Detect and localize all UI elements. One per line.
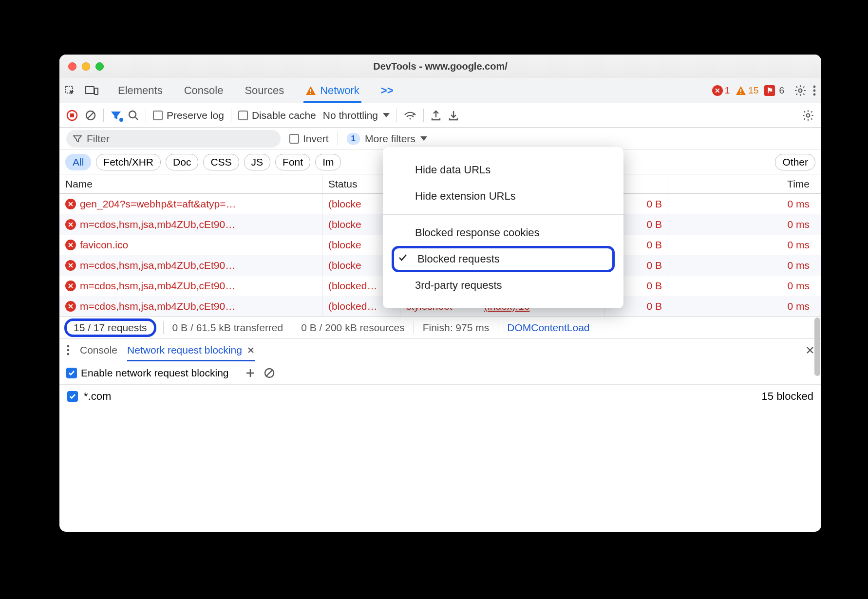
requests-count: 15 / 17 requests [64, 318, 156, 337]
drawer-tabbar: Console Network request blocking [59, 338, 821, 361]
drawer-tab-console[interactable]: Console [80, 338, 117, 361]
drawer-more-icon[interactable] [66, 344, 70, 356]
error-icon [65, 199, 76, 209]
menu-blocked-requests[interactable]: Blocked requests [392, 246, 615, 272]
chip-js[interactable]: JS [244, 154, 271, 170]
window-title: DevTools - www.google.com/ [59, 61, 821, 72]
clear-button[interactable] [85, 110, 96, 121]
more-filters-dropdown[interactable]: 1 More filters [347, 133, 427, 145]
svg-point-17 [410, 118, 411, 119]
error-icon [65, 281, 76, 291]
menu-hide-data-urls[interactable]: Hide data URLs [383, 157, 623, 183]
error-count[interactable]: ✕1 [712, 85, 730, 96]
svg-rect-6 [740, 93, 741, 94]
col-name[interactable]: Name [59, 174, 322, 193]
more-filters-menu: Hide data URLs Hide extension URLs Block… [383, 147, 623, 308]
warning-icon [305, 86, 316, 95]
svg-point-31 [67, 345, 70, 347]
svg-point-15 [129, 111, 136, 118]
record-button[interactable] [66, 110, 78, 121]
pattern-enabled-checkbox[interactable] [67, 391, 78, 402]
col-time[interactable]: Time [668, 174, 821, 193]
settings-gear-icon[interactable] [794, 84, 807, 97]
blocked-count: 15 blocked [762, 390, 813, 403]
add-pattern-icon[interactable] [245, 368, 256, 378]
network-toolbar: Preserve log Disable cache No throttling [59, 103, 821, 128]
svg-rect-12 [70, 113, 74, 117]
close-window-button[interactable] [68, 62, 76, 71]
chip-other[interactable]: Other [775, 154, 815, 170]
svg-rect-3 [310, 89, 311, 92]
search-icon[interactable] [128, 110, 139, 121]
svg-point-10 [813, 93, 816, 95]
svg-rect-4 [310, 93, 311, 94]
scrollbar-thumb[interactable] [814, 318, 820, 376]
filter-input[interactable]: Filter [66, 130, 281, 148]
svg-rect-5 [740, 89, 741, 92]
traffic-lights [68, 62, 104, 71]
blocking-toolbar: Enable network request blocking [59, 361, 821, 385]
chip-font[interactable]: Font [275, 154, 310, 170]
svg-point-9 [813, 89, 816, 92]
check-icon [398, 253, 408, 265]
chip-doc[interactable]: Doc [166, 154, 198, 170]
pattern-text: *.com [84, 390, 111, 403]
drawer-tab-blocking[interactable]: Network request blocking [127, 338, 255, 361]
finish-time: Finish: 975 ms [414, 322, 498, 334]
tab-console[interactable]: Console [173, 78, 234, 103]
svg-line-16 [135, 117, 138, 120]
svg-point-18 [807, 113, 810, 117]
enable-blocking-checkbox[interactable]: Enable network request blocking [66, 367, 229, 379]
svg-line-14 [88, 112, 94, 118]
blocking-pattern-row[interactable]: *.com 15 blocked [59, 385, 821, 408]
zoom-window-button[interactable] [95, 62, 104, 71]
error-icon [65, 240, 76, 250]
svg-rect-2 [94, 88, 98, 94]
preserve-log-checkbox[interactable]: Preserve log [153, 110, 224, 121]
svg-rect-1 [85, 87, 94, 94]
network-conditions-icon[interactable] [404, 110, 416, 121]
svg-point-7 [799, 89, 802, 92]
issues-count[interactable]: ⚑6 [764, 85, 784, 96]
warning-count[interactable]: 15 [736, 85, 758, 96]
network-statusbar: 15 / 17 requests 0 B / 61.5 kB transferr… [59, 317, 821, 338]
chip-img[interactable]: Im [315, 154, 341, 170]
transferred: 0 B / 61.5 kB transferred [164, 322, 292, 334]
throttling-dropdown[interactable]: No throttling [323, 110, 390, 121]
chip-all[interactable]: All [65, 154, 91, 170]
close-drawer-icon[interactable] [806, 346, 814, 355]
tab-sources[interactable]: Sources [234, 78, 295, 103]
chip-fetch[interactable]: Fetch/XHR [96, 154, 161, 170]
more-menu-icon[interactable] [812, 85, 816, 96]
menu-blocked-cookies[interactable]: Blocked response cookies [383, 220, 623, 246]
titlebar: DevTools - www.google.com/ [59, 55, 821, 78]
close-tab-icon[interactable] [247, 346, 255, 354]
error-icon [65, 301, 76, 312]
svg-point-33 [67, 353, 70, 355]
disable-cache-checkbox[interactable]: Disable cache [238, 110, 316, 121]
minimize-window-button[interactable] [82, 62, 90, 71]
filter-icon[interactable] [111, 111, 121, 120]
svg-point-8 [813, 85, 816, 88]
tab-network[interactable]: Network [295, 78, 370, 103]
network-settings-gear-icon[interactable] [802, 109, 814, 122]
inspect-element-icon[interactable] [64, 85, 76, 96]
tabs-overflow[interactable]: >> [370, 78, 404, 103]
invert-checkbox[interactable]: Invert [289, 133, 329, 145]
main-tabbar: Elements Console Sources Network >> ✕1 1… [59, 78, 821, 103]
menu-3rd-party-requests[interactable]: 3rd-party requests [383, 272, 623, 299]
export-har-icon[interactable] [431, 110, 441, 121]
import-har-icon[interactable] [448, 110, 459, 121]
svg-line-41 [266, 370, 272, 376]
error-icon [65, 260, 76, 271]
svg-point-32 [67, 349, 70, 351]
tab-elements[interactable]: Elements [107, 78, 173, 103]
chip-css[interactable]: CSS [203, 154, 239, 170]
error-icon [65, 219, 76, 230]
clear-patterns-icon[interactable] [264, 367, 275, 379]
device-toolbar-icon[interactable] [85, 85, 98, 96]
resources: 0 B / 200 kB resources [292, 322, 413, 334]
menu-hide-extension-urls[interactable]: Hide extension URLs [383, 183, 623, 209]
domcontentloaded: DOMContentLoad [498, 322, 598, 334]
